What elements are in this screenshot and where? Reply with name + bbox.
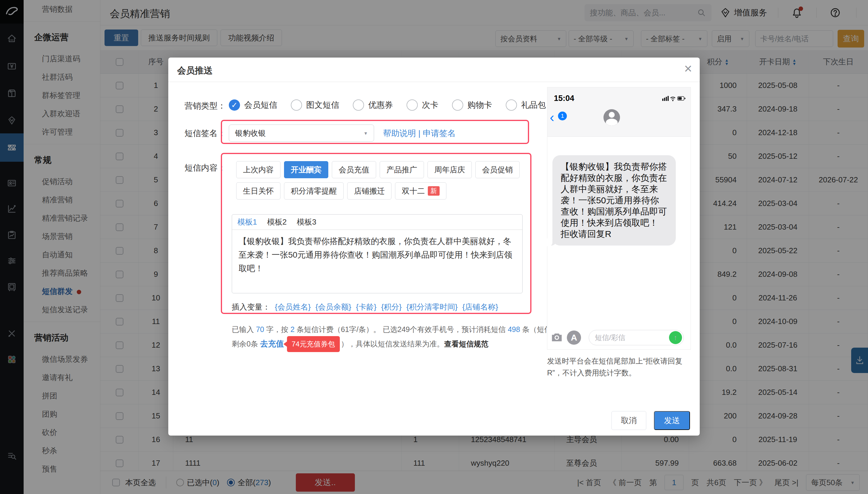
sms-template-chips: 上次内容 开业酬宾 会员充值 产品推广 周年店庆 会员促销 生日关怀 积分清零提… — [236, 161, 520, 200]
sms-template-chip[interactable]: 双十二新 — [395, 183, 447, 200]
phone-input-bar: A 短信/彩信 ↑ — [547, 326, 691, 349]
radio-icon — [407, 99, 418, 111]
sms-template-chip[interactable]: 开业酬宾 — [284, 161, 328, 178]
chevron-down-icon: ▼ — [363, 131, 368, 136]
marketing-type-radio[interactable]: 购物卡 — [452, 99, 492, 111]
signature-help-links[interactable]: 帮助说明 | 申请签名 — [383, 128, 456, 139]
marketing-type-radios: 会员短信 图文短信 优惠券 次卡 — [229, 96, 546, 114]
sms-template-chip[interactable]: 会员充值 — [332, 161, 376, 178]
sms-rules-link[interactable]: 查看短信规范 — [444, 340, 489, 348]
app-root: 营销数据 企微运营 门店渠道码 社群活码 群标签管理 入群欢迎语 许可管理 常规… — [0, 0, 868, 494]
sms-footer-note: 发送时平台会在短信尾部加上“拒收请回复R”，不计入费用统计字数。 — [547, 355, 695, 379]
recharge-link[interactable]: 去充值 — [260, 339, 284, 348]
insert-variables-row: 插入变量： {会员姓名}{会员余额}{卡龄}{积分}{积分清零时间}{店铺名称} — [232, 302, 498, 312]
modal-header: 会员推送 × — [168, 58, 700, 82]
insert-variables-label: 插入变量： — [232, 302, 270, 312]
modal-title: 会员推送 — [177, 64, 212, 77]
back-chevron-icon[interactable]: ‹ — [550, 110, 554, 124]
contact-avatar — [603, 109, 620, 126]
member-push-modal: 会员推送 × 营销类型： 会员短信 图文短信 优惠券 — [168, 58, 700, 436]
phone-preview: 15:04 ‹ 1 【银豹收银】我负责帮你搭配好精致的衣服，你负责在人群中美丽就… — [547, 87, 691, 350]
sms-template-chip[interactable]: 上次内容 — [236, 161, 281, 178]
sms-template-chip[interactable]: 周年店庆 — [428, 161, 472, 178]
camera-icon[interactable] — [550, 331, 563, 344]
insert-variable-link[interactable]: {会员余额} — [315, 302, 351, 312]
insert-variable-link[interactable]: {积分清零时间} — [407, 302, 458, 312]
radio-icon — [452, 99, 463, 111]
insert-variable-link[interactable]: {卡龄} — [356, 302, 376, 312]
insert-variable-link[interactable]: {会员姓名} — [275, 302, 310, 312]
sms-template-chip[interactable]: 店铺搬迁 — [347, 183, 392, 200]
send-arrow-icon[interactable]: ↑ — [669, 331, 682, 344]
marketing-type-radio[interactable]: 图文短信 — [291, 99, 339, 111]
template-tab[interactable]: 模板2 — [267, 217, 286, 227]
sms-template-chip[interactable]: 产品推广 — [380, 161, 424, 178]
signature-select[interactable]: 银豹收银 ▼ — [229, 125, 374, 141]
radio-icon — [506, 99, 517, 111]
status-icons — [662, 94, 686, 102]
sms-template-chip[interactable]: 会员促销 — [475, 161, 520, 178]
template-tab[interactable]: 模板1 — [238, 217, 257, 227]
template-tabs: 模板1模板2模板3 — [232, 214, 522, 230]
cancel-button[interactable]: 取消 — [611, 411, 646, 430]
unread-badge: 1 — [558, 112, 567, 120]
sms-template-chip[interactable]: 生日关怀 — [236, 183, 281, 200]
marketing-type-radio[interactable]: 会员短信 — [229, 99, 277, 111]
send-button[interactable]: 发送 — [654, 411, 690, 430]
marketing-type-radio[interactable]: 优惠券 — [353, 99, 393, 111]
new-badge: 新 — [428, 186, 440, 196]
close-icon[interactable]: × — [684, 62, 692, 75]
sms-input-field[interactable]: 短信/彩信 ↑ — [589, 330, 684, 345]
sms-content-textarea[interactable]: 【银豹收银】我负责帮你搭配好精致的衣服，你负责在人群中美丽就好，冬至来袭！一张5… — [232, 230, 522, 280]
radio-icon — [291, 99, 302, 111]
sms-content-label: 短信内容： — [185, 162, 226, 173]
marketing-type-radio[interactable]: 次卡 — [407, 99, 438, 111]
sms-signature-label: 短信签名： — [185, 128, 226, 139]
appstore-icon[interactable]: A — [567, 330, 581, 345]
insert-variable-link[interactable]: {积分} — [381, 302, 401, 312]
marketing-type-label: 营销类型： — [185, 100, 226, 112]
template-tab[interactable]: 模板3 — [297, 217, 316, 227]
sms-preview-bubble: 【银豹收银】我负责帮你搭配好精致的衣服，你负责在人群中美丽就好，冬至来袭！一张5… — [552, 155, 676, 246]
sms-template-chip[interactable]: 积分清零提醒 — [284, 183, 344, 200]
phone-time: 15:04 — [554, 94, 574, 103]
radio-icon — [353, 99, 364, 111]
marketing-type-radio[interactable]: 礼品包 — [506, 99, 546, 111]
radio-icon — [229, 99, 240, 111]
phone-status-bar: 15:04 ‹ 1 — [547, 87, 691, 137]
insert-variable-link[interactable]: {店铺名称} — [463, 302, 498, 312]
sms-stats-text: 已输入 70 字，按 2 条短信计费（61字/条）。 已选249个有效手机号，预… — [232, 323, 571, 352]
template-editor: 模板1模板2模板3 【银豹收银】我负责帮你搭配好精致的衣服，你负责在人群中美丽就… — [232, 214, 523, 293]
recharge-coupon-badge[interactable]: 74元充值券包 — [287, 336, 340, 352]
